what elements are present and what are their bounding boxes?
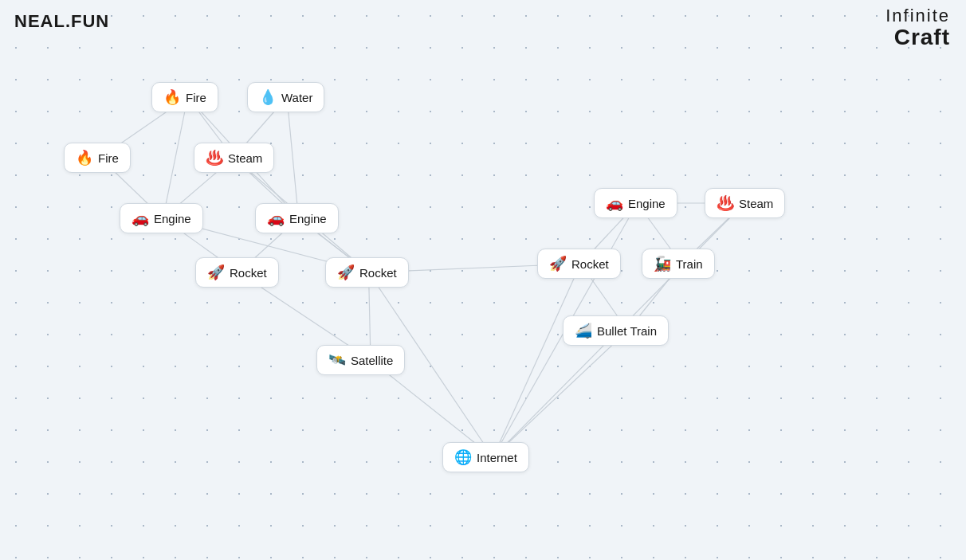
emoji-train1: 🚂 — [654, 255, 671, 272]
connection-lines — [0, 0, 966, 560]
label-internet1: Internet — [477, 451, 517, 464]
emoji-fire1: 🔥 — [163, 88, 181, 106]
neal-fun-logo: NEAL.FUN — [14, 11, 109, 32]
label-rocket3: Rocket — [571, 257, 609, 271]
node-engine1[interactable]: 🚗Engine — [120, 203, 203, 233]
label-train1: Train — [676, 257, 703, 271]
node-engine2[interactable]: 🚗Engine — [255, 203, 339, 233]
svg-line-26 — [493, 331, 628, 457]
label-engine1: Engine — [154, 212, 191, 225]
label-rocket2: Rocket — [359, 266, 397, 280]
emoji-internet1: 🌐 — [454, 448, 472, 466]
emoji-steam2: ♨️ — [717, 194, 734, 212]
node-fire1[interactable]: 🔥Fire — [151, 82, 218, 112]
infinite-craft-logo: Infinite Craft — [886, 6, 950, 50]
label-fire2: Fire — [98, 151, 119, 165]
label-engine2: Engine — [289, 212, 327, 225]
node-engine3[interactable]: 🚗Engine — [594, 188, 677, 218]
node-steam1[interactable]: ♨️Steam — [194, 143, 274, 173]
node-steam2[interactable]: ♨️Steam — [705, 188, 785, 218]
emoji-engine1: 🚗 — [132, 210, 149, 227]
emoji-rocket3: 🚀 — [549, 255, 567, 272]
node-internet1[interactable]: 🌐Internet — [442, 442, 529, 472]
node-rocket1[interactable]: 🚀Rocket — [195, 257, 279, 288]
emoji-engine2: 🚗 — [267, 210, 285, 227]
emoji-rocket1: 🚀 — [207, 264, 225, 281]
label-fire1: Fire — [186, 91, 206, 104]
label-satellite1: Satellite — [351, 354, 393, 367]
infinite-text: Infinite — [886, 6, 950, 25]
svg-line-27 — [493, 264, 581, 457]
emoji-fire2: 🔥 — [76, 149, 93, 166]
node-bullettrain1[interactable]: 🚄Bullet Train — [563, 315, 669, 346]
svg-line-3 — [163, 97, 188, 218]
emoji-rocket2: 🚀 — [337, 264, 355, 281]
emoji-bullettrain1: 🚄 — [575, 322, 592, 339]
label-rocket1: Rocket — [230, 266, 267, 280]
node-train1[interactable]: 🚂Train — [642, 249, 715, 279]
svg-line-7 — [287, 97, 299, 218]
node-water1[interactable]: 💧Water — [247, 82, 324, 112]
emoji-steam1: ♨️ — [206, 149, 223, 166]
emoji-engine3: 🚗 — [606, 194, 623, 212]
node-satellite1[interactable]: 🛰️Satellite — [316, 345, 405, 375]
node-rocket3[interactable]: 🚀Rocket — [537, 249, 621, 279]
label-steam1: Steam — [228, 151, 262, 165]
emoji-satellite1: 🛰️ — [328, 351, 346, 369]
label-bullettrain1: Bullet Train — [597, 324, 657, 338]
craft-text: Craft — [886, 25, 950, 50]
label-water1: Water — [281, 91, 312, 104]
label-steam2: Steam — [739, 197, 773, 210]
emoji-water1: 💧 — [259, 88, 277, 106]
label-engine3: Engine — [628, 197, 666, 210]
node-fire2[interactable]: 🔥Fire — [64, 143, 131, 173]
node-rocket2[interactable]: 🚀Rocket — [325, 257, 409, 288]
